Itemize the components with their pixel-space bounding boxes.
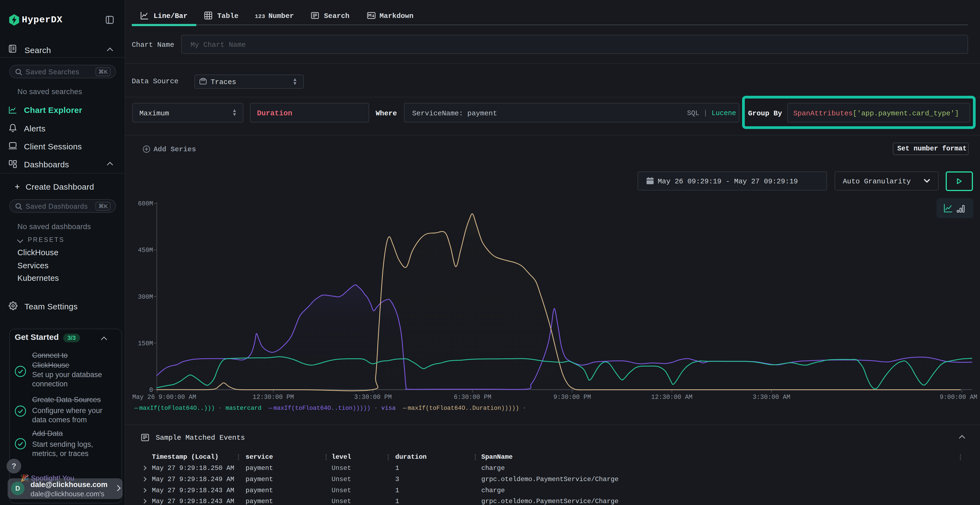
svg-text:3:30:00 AM: 3:30:00 AM <box>753 394 790 401</box>
svg-text:450M: 450M <box>138 247 153 254</box>
svg-text:6:30:00 PM: 6:30:00 PM <box>454 394 492 401</box>
svg-text:150M: 150M <box>138 340 153 347</box>
svg-text:9:30:00 PM: 9:30:00 PM <box>554 394 591 401</box>
svg-text:12:30:00 PM: 12:30:00 PM <box>253 394 294 401</box>
svg-text:300M: 300M <box>138 294 153 301</box>
svg-text:600M: 600M <box>138 200 153 207</box>
svg-text:0: 0 <box>149 387 153 394</box>
svg-text:12:30:00 AM: 12:30:00 AM <box>651 394 692 401</box>
svg-text:9:00:00 AM: 9:00:00 AM <box>940 394 977 401</box>
svg-text:May 26 9:00:00 AM: May 26 9:00:00 AM <box>132 394 196 401</box>
svg-text:3:30:00 PM: 3:30:00 PM <box>354 394 392 401</box>
